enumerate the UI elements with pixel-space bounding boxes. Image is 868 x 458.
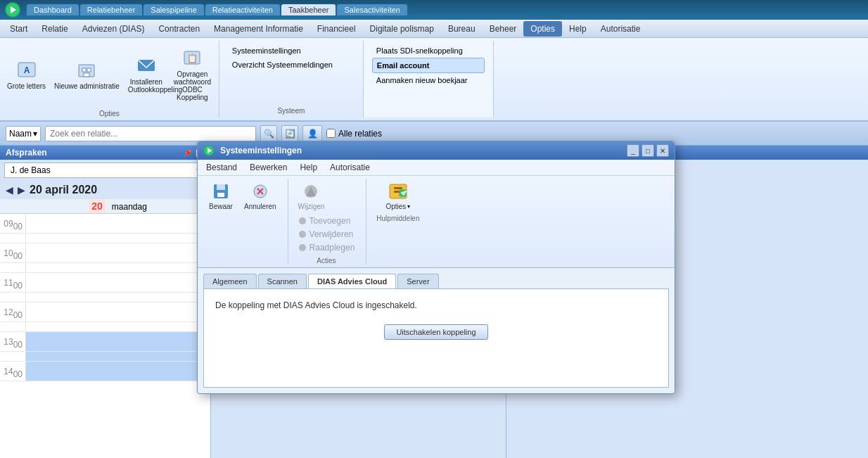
dlg-bewaar-btn[interactable]: Bewaar bbox=[203, 179, 238, 213]
dlg-btns-row: Wijzigen bbox=[293, 179, 361, 213]
svg-rect-22 bbox=[217, 193, 224, 197]
svg-point-28 bbox=[299, 217, 306, 224]
dialog-ribbon: Bestand Bewerken Help Autorisatie Bewaar bbox=[198, 160, 675, 268]
koppeling-text: De koppeling met DIAS Advies Cloud is in… bbox=[215, 300, 657, 310]
toevoegen-label: Toevoegen bbox=[309, 216, 351, 226]
dialog-menu-bewerken[interactable]: Bewerken bbox=[244, 161, 293, 174]
tab-algemeen[interactable]: Algemeen bbox=[203, 274, 257, 288]
svg-point-30 bbox=[299, 244, 306, 251]
dlg-raadplegen-btn: Raadplegen bbox=[293, 241, 361, 254]
dialog-window-controls: _ □ ✕ bbox=[627, 144, 669, 157]
dialog-menu-help[interactable]: Help bbox=[294, 161, 323, 174]
dlg-verwijderen-btn: Verwijderen bbox=[293, 228, 361, 241]
dialog-toolbar: Bewaar Annuleren bbox=[198, 176, 675, 267]
svg-rect-21 bbox=[217, 184, 225, 190]
opties-dropdown-icon: ▾ bbox=[407, 203, 410, 210]
dialog-overlay: Systeeminstellingen _ □ ✕ Bestand Bewerk… bbox=[0, 0, 868, 458]
hulpmiddelen-label: Hulpmiddelen bbox=[376, 215, 419, 222]
verwijderen-label: Verwijderen bbox=[309, 229, 354, 239]
dialog-menu-bestand[interactable]: Bestand bbox=[200, 161, 243, 174]
bewaar-label: Bewaar bbox=[209, 203, 233, 210]
opties-label: Opties bbox=[385, 203, 406, 210]
raadplegen-label: Raadplegen bbox=[309, 243, 355, 253]
systeeminstellingen-dialog: Systeeminstellingen _ □ ✕ Bestand Bewerk… bbox=[197, 141, 675, 394]
dlg-wijzigen-btn: Wijzigen bbox=[293, 179, 331, 213]
dialog-content: Algemeen Scannen DIAS Advies Cloud Serve… bbox=[198, 268, 675, 393]
dialog-titlebar: Systeeminstellingen _ □ ✕ bbox=[198, 141, 675, 160]
opties-icon bbox=[388, 182, 408, 201]
dlg-toevoegen-btn: Toevoegen bbox=[293, 215, 361, 227]
dialog-close-btn[interactable]: ✕ bbox=[656, 144, 669, 157]
dialog-title: Systeeminstellingen bbox=[220, 146, 302, 155]
dialog-tab-content: De koppeling met DIAS Advies Cloud is in… bbox=[203, 289, 669, 388]
dialog-menu-autorisatie[interactable]: Autorisatie bbox=[324, 161, 376, 174]
dialog-maximize-btn[interactable]: □ bbox=[642, 144, 654, 157]
dialog-tabs: Algemeen Scannen DIAS Advies Cloud Serve… bbox=[203, 274, 669, 289]
annuleren-label: Annuleren bbox=[244, 203, 276, 210]
svg-point-29 bbox=[299, 231, 306, 238]
svg-rect-33 bbox=[394, 191, 400, 193]
dialog-logo-icon bbox=[203, 145, 215, 156]
tab-dias-cloud[interactable]: DIAS Advies Cloud bbox=[308, 274, 396, 288]
dlg-group-wijzigen: Wijzigen Toevoegen Verwijderen bbox=[293, 179, 367, 265]
svg-rect-32 bbox=[394, 187, 402, 189]
dlg-btns-save-cancel: Bewaar Annuleren bbox=[203, 179, 282, 213]
dialog-action-area: Uitschakelen koppeling bbox=[215, 324, 657, 340]
dlg-group-opties: Opties ▾ Hulpmiddelen bbox=[371, 179, 425, 265]
bewaar-icon bbox=[211, 182, 231, 201]
acties-group-label: Acties bbox=[293, 257, 361, 265]
wijzigen-label: Wijzigen bbox=[298, 203, 325, 210]
dialog-menu-bar: Bestand Bewerken Help Autorisatie bbox=[198, 160, 675, 176]
dialog-minimize-btn[interactable]: _ bbox=[627, 144, 639, 157]
dlg-opties-btn[interactable]: Opties ▾ bbox=[380, 179, 416, 213]
annuleren-icon bbox=[250, 182, 270, 201]
dlg-annuleren-btn[interactable]: Annuleren bbox=[238, 179, 282, 213]
uitschakelen-btn[interactable]: Uitschakelen koppeling bbox=[384, 324, 487, 340]
tab-scannen[interactable]: Scannen bbox=[258, 274, 307, 288]
dlg-group-actions: Bewaar Annuleren bbox=[203, 179, 288, 265]
wijzigen-icon bbox=[301, 182, 321, 201]
tab-server[interactable]: Server bbox=[397, 274, 438, 288]
